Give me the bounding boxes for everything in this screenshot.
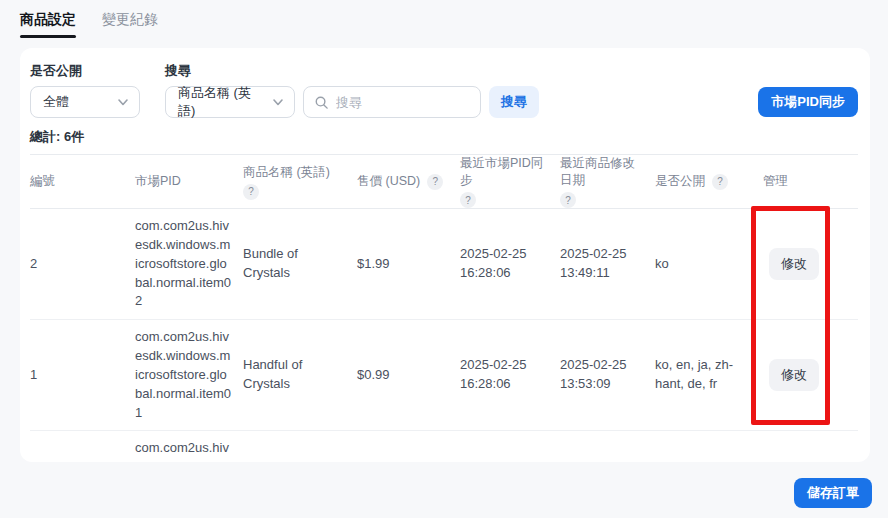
publish-filter-label: 是否公開 <box>30 62 140 80</box>
help-icon[interactable]: ? <box>712 174 728 190</box>
market-pid-sync-button[interactable]: 市場PID同步 <box>758 87 858 117</box>
cell-last-sync: 2025-02-25 16:28:06 <box>460 209 560 320</box>
chevron-down-icon <box>117 96 129 108</box>
cell-last-modified: 2025-02-25 13:49:11 <box>560 209 655 320</box>
cell-manage: 修改 <box>763 320 858 431</box>
search-input[interactable] <box>336 95 470 110</box>
cell-id: 2 <box>30 209 135 320</box>
search-filter-label: 搜尋 <box>165 62 539 80</box>
cell-last-sync: 2025-02-25 16:28:06 <box>460 431 560 462</box>
cell-manage: 修改 <box>763 209 858 320</box>
edit-button[interactable]: 修改 <box>769 248 819 280</box>
search-filter-group: 搜尋 商品名稱 (英語) 搜尋 <box>165 62 539 118</box>
cell-price: $0.99 <box>357 320 460 431</box>
publish-filter-value: 全體 <box>43 93 69 111</box>
col-header-market-pid: 市場PID <box>135 155 243 209</box>
cell-product-name: Pile of Crystals <box>243 431 357 462</box>
col-header-id: 編號 <box>30 155 135 209</box>
col-header-last-modified: 最近商品修改日期? <box>560 155 655 209</box>
table-row: 3 com.com2us.hivesdk.windows.microsoftst… <box>30 431 858 462</box>
search-box <box>303 86 481 118</box>
cell-last-sync: 2025-02-25 16:28:06 <box>460 320 560 431</box>
cell-market-pid: com.com2us.hivesdk.windows.microsoftstor… <box>135 431 243 462</box>
help-icon[interactable]: ? <box>427 174 443 190</box>
col-header-price: 售價 (USD)? <box>357 155 460 209</box>
table-header-row: 編號 市場PID 商品名稱 (英語)? 售價 (USD)? 最近市場PID同步?… <box>30 155 858 209</box>
publish-filter-group: 是否公開 全體 <box>30 62 140 118</box>
cell-last-modified: 2025-02-25 13:53:09 <box>560 320 655 431</box>
chevron-down-icon <box>272 96 284 108</box>
cell-manage: 修改 <box>763 431 858 462</box>
cell-price: $2.99 <box>357 431 460 462</box>
cell-market-pid: com.com2us.hivesdk.windows.microsoftstor… <box>135 320 243 431</box>
col-header-manage: 管理 <box>763 155 858 209</box>
product-settings-page: 商品設定 變更紀錄 是否公開 全體 搜尋 商品名稱 (英語) <box>0 0 888 518</box>
cell-product-name: Handful of Crystals <box>243 320 357 431</box>
cell-id: 1 <box>30 320 135 431</box>
total-count: 總計: 6件 <box>30 128 870 146</box>
help-icon[interactable]: ? <box>243 184 259 200</box>
edit-button[interactable]: 修改 <box>769 359 819 391</box>
search-field-select[interactable]: 商品名稱 (英語) <box>165 86 295 118</box>
cell-publish: ko <box>655 209 763 320</box>
search-field-value: 商品名稱 (英語) <box>178 84 266 120</box>
help-icon[interactable]: ? <box>560 192 576 208</box>
col-header-publish: 是否公開? <box>655 155 763 209</box>
publish-filter-select[interactable]: 全體 <box>30 86 140 118</box>
cell-product-name: Bundle of Crystals <box>243 209 357 320</box>
cell-market-pid: com.com2us.hivesdk.windows.microsoftstor… <box>135 209 243 320</box>
col-header-last-sync: 最近市場PID同步? <box>460 155 560 209</box>
search-icon <box>314 95 329 110</box>
search-button[interactable]: 搜尋 <box>489 86 539 118</box>
tab-change-log[interactable]: 變更紀錄 <box>102 11 158 38</box>
save-order-button[interactable]: 儲存訂單 <box>794 478 872 508</box>
tab-product-settings[interactable]: 商品設定 <box>20 11 76 38</box>
cell-last-modified: 2025-02-25 14:16:33 <box>560 431 655 462</box>
products-table: 編號 市場PID 商品名稱 (英語)? 售價 (USD)? 最近市場PID同步?… <box>30 154 858 462</box>
cell-publish: ko, en, ja, zh-hans, zh-hant <box>655 431 763 462</box>
cell-id: 3 <box>30 431 135 462</box>
help-icon[interactable]: ? <box>460 192 476 208</box>
table-row: 2 com.com2us.hivesdk.windows.microsoftst… <box>30 209 858 320</box>
cell-price: $1.99 <box>357 209 460 320</box>
col-header-product-name: 商品名稱 (英語)? <box>243 155 357 209</box>
tab-bar: 商品設定 變更紀錄 <box>20 11 158 38</box>
product-settings-card: 是否公開 全體 搜尋 商品名稱 (英語) <box>20 48 870 462</box>
filter-bar: 是否公開 全體 搜尋 商品名稱 (英語) <box>20 48 870 118</box>
cell-publish: ko, en, ja, zh-hant, de, fr <box>655 320 763 431</box>
table-row: 1 com.com2us.hivesdk.windows.microsoftst… <box>30 320 858 431</box>
